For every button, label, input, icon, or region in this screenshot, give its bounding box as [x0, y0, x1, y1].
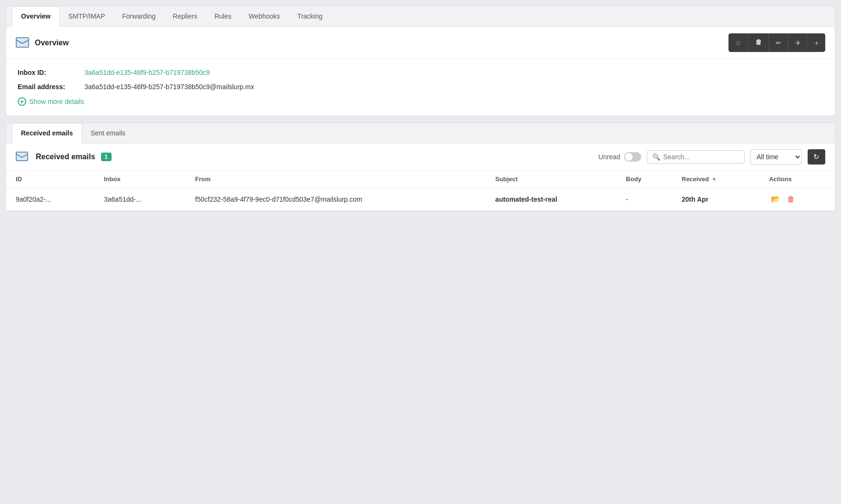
edit-button[interactable]: ✏ [769, 33, 789, 52]
refresh-button[interactable]: ↻ [808, 149, 825, 165]
toolbar: ☆ ✏ ✈ + [728, 33, 825, 52]
trash-icon [755, 38, 762, 47]
delete-icon: 🗑 [787, 195, 795, 203]
tab-overview[interactable]: Overview [12, 6, 60, 27]
folder-open-icon: 📂 [771, 195, 780, 203]
show-more-label: Show more details [29, 98, 84, 105]
col-header-inbox: Inbox [94, 171, 185, 188]
search-box: 🔍 [647, 150, 745, 164]
tab-tracking[interactable]: Tracking [288, 6, 331, 27]
show-more-button[interactable]: + Show more details [18, 97, 823, 106]
time-filter-select[interactable]: All time Today This week This month [750, 149, 802, 165]
tab-sent-emails[interactable]: Sent emails [82, 123, 134, 144]
table-row: 9a0f20a2-... 3a6a51dd-... f50cf232-58a9-… [6, 188, 835, 211]
refresh-icon: ↻ [813, 153, 820, 161]
col-header-subject: Subject [486, 171, 616, 188]
overview-card: Overview SMTP/IMAP Forwarding Repliers R… [6, 6, 835, 116]
unread-toggle[interactable]: Unread [598, 152, 641, 162]
svg-rect-0 [16, 38, 29, 47]
cell-received: 20th Apr [672, 188, 759, 211]
cell-subject: automated-test-real [486, 188, 616, 211]
cell-body: - [616, 188, 672, 211]
col-header-id: ID [6, 171, 94, 188]
col-header-received-label: Received [682, 175, 709, 183]
add-button[interactable]: + [808, 33, 825, 52]
email-address-value: 3a6a51dd-e135-46f9-b257-b719738b50c9@mai… [84, 83, 254, 91]
toggle-track[interactable] [624, 152, 641, 162]
plus-icon: + [815, 39, 819, 47]
cell-actions: 📂 🗑 [759, 188, 835, 211]
toggle-thumb [625, 153, 633, 161]
inbox-icon [16, 37, 30, 49]
overview-header: Overview ☆ ✏ ✈ + [6, 27, 835, 59]
delete-button[interactable] [749, 33, 769, 52]
cell-inbox: 3a6a51dd-... [94, 188, 185, 211]
col-header-from: From [185, 171, 486, 188]
tab-smtp-imap[interactable]: SMTP/IMAP [60, 6, 113, 27]
main-tab-bar: Overview SMTP/IMAP Forwarding Repliers R… [6, 6, 835, 27]
star-icon: ☆ [735, 39, 741, 47]
col-header-received[interactable]: Received ▼ [672, 171, 759, 188]
unread-label: Unread [598, 153, 620, 161]
tab-webhooks[interactable]: Webhooks [240, 6, 288, 27]
search-input[interactable] [663, 153, 739, 161]
email-address-row: Email address: 3a6a51dd-e135-46f9-b257-b… [18, 83, 823, 91]
svg-rect-1 [16, 152, 28, 161]
email-list-header: Received emails 1 Unread 🔍 All time Toda… [6, 144, 835, 171]
cell-from: f50cf232-58a9-4f79-9ec0-d71f0cd503e7@mai… [185, 188, 486, 211]
page-title: Overview [35, 39, 728, 47]
inbox-id-label: Inbox ID: [18, 69, 84, 76]
email-count-badge: 1 [101, 153, 112, 161]
tab-forwarding[interactable]: Forwarding [113, 6, 164, 27]
emails-card: Received emails Sent emails Received ema… [6, 123, 835, 211]
tab-repliers[interactable]: Repliers [164, 6, 205, 27]
email-address-label: Email address: [18, 83, 84, 91]
table-header-row: ID Inbox From Subject Body Received ▼ Ac… [6, 171, 835, 188]
open-email-button[interactable]: 📂 [769, 194, 782, 205]
email-list-title: Received emails [36, 153, 95, 161]
emails-tab-bar: Received emails Sent emails [6, 123, 835, 144]
tab-received-emails[interactable]: Received emails [12, 123, 82, 144]
col-header-body: Body [616, 171, 672, 188]
show-more-icon: + [18, 97, 26, 106]
inbox-id-row: Inbox ID: 3a6a51dd-e135-46f9-b257-b71973… [18, 69, 823, 76]
star-button[interactable]: ☆ [728, 33, 749, 52]
edit-icon: ✏ [776, 39, 781, 47]
send-icon: ✈ [795, 39, 801, 47]
tab-rules[interactable]: Rules [206, 6, 240, 27]
col-header-actions: Actions [759, 171, 835, 188]
email-table: ID Inbox From Subject Body Received ▼ Ac… [6, 171, 835, 211]
search-icon: 🔍 [652, 153, 660, 161]
sort-desc-icon: ▼ [711, 176, 717, 182]
details-section: Inbox ID: 3a6a51dd-e135-46f9-b257-b71973… [6, 59, 835, 115]
cell-id: 9a0f20a2-... [6, 188, 94, 211]
inbox-id-value[interactable]: 3a6a51dd-e135-46f9-b257-b719738b50c9 [84, 69, 210, 76]
delete-email-button[interactable]: 🗑 [785, 194, 797, 205]
send-button[interactable]: ✈ [789, 33, 808, 52]
email-list-icon [16, 152, 28, 163]
